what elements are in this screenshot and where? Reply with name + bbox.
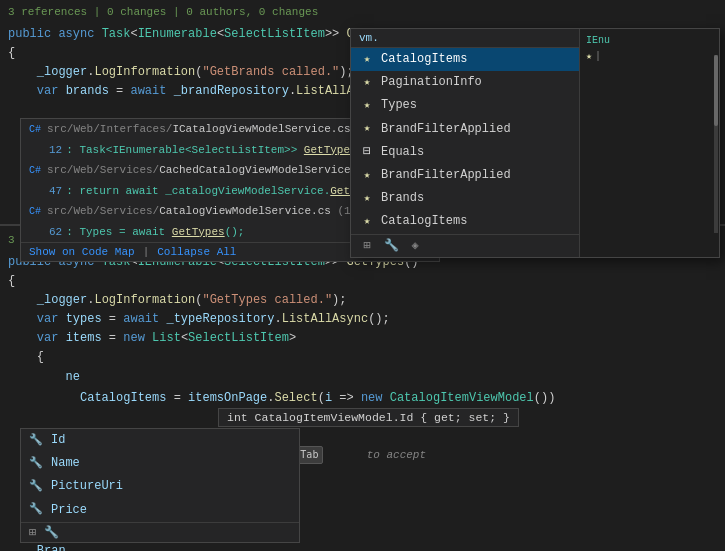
star-icon: ★ [359, 75, 375, 91]
star-icon: ★ [359, 121, 375, 137]
equals-icon: ⊟ [359, 144, 375, 160]
code-line: Bran [8, 542, 717, 551]
ac-item-equals[interactable]: ⊟ Equals [351, 141, 579, 164]
star-icon: ★ [359, 168, 375, 184]
wrench-icon: 🔧 [29, 478, 47, 496]
code-line: { [8, 272, 717, 291]
bc-grid-icon[interactable]: ⊞ [29, 525, 36, 540]
cube-icon[interactable]: ◈ [407, 238, 423, 254]
ref-info-top: 3 references | 0 changes | 0 authors, 0 … [8, 2, 717, 25]
code-line: var types = await _typeRepository.ListAl… [8, 310, 717, 329]
wrench-icon: 🔧 [29, 501, 47, 519]
ac-item-types[interactable]: ★ Types [351, 94, 579, 117]
ac-item-brandfilter2[interactable]: ★ BrandFilterApplied [351, 164, 579, 187]
bc-wrench-icon[interactable]: 🔧 [44, 525, 59, 540]
autocomplete-dropdown: vm. ★ CatalogItems ★ PaginationInfo ★ Ty… [350, 28, 720, 258]
code-line: var items = new List<SelectListItem> [8, 329, 717, 348]
bottom-completions-panel: 🔧 Id 🔧 Name 🔧 PictureUri 🔧 Price ⊞ 🔧 [20, 428, 300, 543]
param-tooltip-text: int CatalogItemViewModel.Id { get; set; … [227, 411, 510, 424]
cs-file-icon: C# [29, 122, 43, 136]
ac-bottom-bar: ⊞ 🔧 ◈ [351, 234, 579, 257]
star-icon: ★ [359, 52, 375, 68]
ac-scroll-thumb [714, 55, 718, 126]
bc-bottom-bar: ⊞ 🔧 [21, 522, 299, 542]
bc-item-pictureuri[interactable]: 🔧 PictureUri [21, 475, 299, 498]
collapse-all-link[interactable]: Collapse All [157, 246, 236, 258]
ac-item-catalogitems[interactable]: ★ CatalogItems [351, 48, 579, 71]
ac-item-brandfilter1[interactable]: ★ BrandFilterApplied [351, 118, 579, 141]
cs-file-icon-3: C# [29, 204, 43, 218]
code-line: ne [8, 368, 717, 387]
bc-item-price[interactable]: 🔧 Price [21, 499, 299, 522]
star-icon: ★ [359, 98, 375, 114]
star-icon: ★ [359, 214, 375, 230]
code-line: _logger.LogInformation("GetTypes called.… [8, 291, 717, 310]
editor-container: 3 references | 0 changes | 0 authors, 0 … [0, 0, 725, 551]
ac-right-ienum: IEnu [580, 33, 719, 48]
ac-item-brands[interactable]: ★ Brands [351, 187, 579, 210]
ac-right-star: ★ | [580, 48, 719, 64]
tab-hint-text: to accept [367, 447, 426, 465]
wrench-icon: 🔧 [29, 455, 47, 473]
bc-item-id[interactable]: 🔧 Id [21, 429, 299, 452]
star-icon: ★ [359, 191, 375, 207]
cs-file-icon-2: C# [29, 163, 43, 177]
ac-item-paginationinfo[interactable]: ★ PaginationInfo [351, 71, 579, 94]
ac-scrollbar[interactable] [714, 55, 718, 233]
wrench-icon: 🔧 [29, 432, 47, 450]
bc-item-name[interactable]: 🔧 Name [21, 452, 299, 475]
wrench-icon[interactable]: 🔧 [383, 238, 399, 254]
code-line: { [8, 348, 717, 367]
param-info-tooltip: int CatalogItemViewModel.Id { get; set; … [218, 408, 519, 427]
autocomplete-header: vm. [351, 29, 579, 48]
show-on-code-map-link[interactable]: Show on Code Map [29, 246, 135, 258]
grid-icon[interactable]: ⊞ [359, 238, 375, 254]
ac-item-catalogitems2[interactable]: ★ CatalogItems [351, 210, 579, 233]
